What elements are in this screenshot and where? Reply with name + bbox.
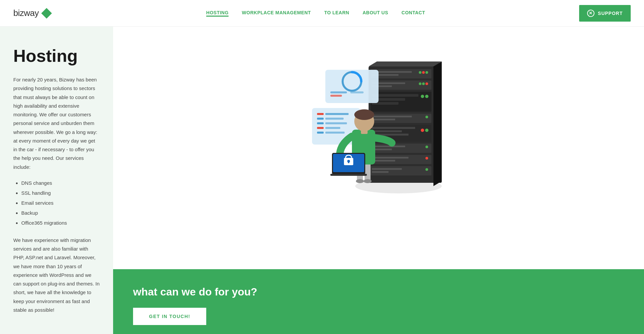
support-button-label: SUPPORT xyxy=(598,11,623,16)
content-right: what can we do for you? GET IN TOUCH! xyxy=(113,27,644,334)
logo-text: bizway xyxy=(13,8,39,18)
svg-rect-47 xyxy=(330,91,347,93)
svg-rect-36 xyxy=(372,157,408,159)
svg-rect-40 xyxy=(372,168,402,170)
svg-rect-49 xyxy=(350,91,364,93)
svg-rect-35 xyxy=(371,155,431,164)
svg-rect-54 xyxy=(325,118,344,120)
logo-icon xyxy=(41,8,52,19)
svg-rect-23 xyxy=(372,119,395,120)
nav-learn[interactable]: TO LEARN xyxy=(324,10,349,17)
svg-rect-31 xyxy=(371,144,431,153)
page-title: Hosting xyxy=(13,47,100,65)
nav-workplace[interactable]: WORKPLACE MANAGEMENT xyxy=(242,10,311,17)
svg-rect-9 xyxy=(371,80,431,90)
svg-rect-26 xyxy=(372,127,415,129)
server-illustration xyxy=(279,43,478,196)
support-icon: ✕ xyxy=(587,10,594,17)
header: bizway HOSTING WORKPLACE MANAGEMENT TO L… xyxy=(0,0,644,27)
svg-rect-53 xyxy=(317,118,324,120)
svg-rect-48 xyxy=(330,95,342,97)
svg-rect-74 xyxy=(361,129,368,134)
cta-box: what can we do for you? GET IN TOUCH! xyxy=(113,269,644,334)
svg-rect-27 xyxy=(372,130,402,132)
logo[interactable]: bizway xyxy=(13,8,52,19)
arrow-right-icon xyxy=(47,8,52,19)
description-1: For nearly 20 years, Bizway has been pro… xyxy=(13,75,100,171)
svg-point-73 xyxy=(354,109,374,120)
content-left: Hosting For nearly 20 years, Bizway has … xyxy=(0,27,113,334)
illustration-area xyxy=(113,33,644,269)
support-button[interactable]: ✕ SUPPORT xyxy=(579,5,631,22)
list-item: DNS changes xyxy=(21,178,100,188)
svg-rect-45 xyxy=(325,70,379,103)
svg-point-19 xyxy=(425,95,428,98)
svg-rect-71 xyxy=(330,174,367,176)
svg-rect-37 xyxy=(372,160,395,162)
svg-rect-21 xyxy=(371,114,431,123)
svg-rect-58 xyxy=(325,127,340,129)
main-content: Hosting For nearly 20 years, Bizway has … xyxy=(0,27,644,334)
description-2: We have experience with migration servic… xyxy=(13,236,100,314)
main-nav: HOSTING WORKPLACE MANAGEMENT TO LEARN AB… xyxy=(206,10,425,17)
svg-rect-32 xyxy=(372,146,405,147)
svg-rect-3 xyxy=(371,69,431,78)
svg-point-29 xyxy=(425,129,428,132)
svg-point-14 xyxy=(419,82,421,85)
list-item: Email services xyxy=(21,198,100,208)
svg-rect-51 xyxy=(317,113,324,115)
svg-point-7 xyxy=(422,71,425,74)
list-item: Backup xyxy=(21,208,100,218)
list-item: SSL handling xyxy=(21,188,100,198)
svg-point-12 xyxy=(425,82,428,85)
svg-rect-62 xyxy=(365,163,371,181)
svg-rect-52 xyxy=(325,113,349,115)
svg-rect-41 xyxy=(372,171,389,173)
svg-point-42 xyxy=(425,168,428,171)
svg-point-34 xyxy=(425,146,428,148)
svg-point-8 xyxy=(419,71,421,74)
svg-rect-60 xyxy=(325,132,345,134)
svg-marker-43 xyxy=(433,61,442,186)
svg-point-24 xyxy=(425,116,428,118)
svg-point-63 xyxy=(356,179,364,183)
list-item: Office365 migrations xyxy=(21,218,100,228)
arrow-left-icon xyxy=(41,8,47,19)
svg-rect-59 xyxy=(317,132,324,134)
svg-rect-55 xyxy=(317,122,324,124)
svg-rect-16 xyxy=(372,94,418,97)
services-list: DNS changes SSL handling Email services … xyxy=(13,178,100,228)
svg-point-13 xyxy=(422,82,425,85)
cta-button[interactable]: GET IN TOUCH! xyxy=(133,308,206,325)
svg-rect-70 xyxy=(348,161,349,163)
svg-point-64 xyxy=(364,179,372,183)
svg-point-38 xyxy=(425,157,428,160)
svg-rect-22 xyxy=(372,116,412,117)
svg-point-30 xyxy=(421,129,424,132)
nav-hosting[interactable]: HOSTING xyxy=(206,10,229,17)
cta-heading: what can we do for you? xyxy=(133,285,624,298)
svg-marker-44 xyxy=(369,61,442,66)
svg-point-6 xyxy=(425,71,428,74)
svg-rect-57 xyxy=(317,127,324,129)
svg-rect-39 xyxy=(371,166,431,175)
svg-rect-56 xyxy=(325,122,347,124)
svg-point-20 xyxy=(421,95,424,98)
nav-contact[interactable]: CONTACT xyxy=(402,10,425,17)
nav-about[interactable]: ABOUT US xyxy=(363,10,388,17)
